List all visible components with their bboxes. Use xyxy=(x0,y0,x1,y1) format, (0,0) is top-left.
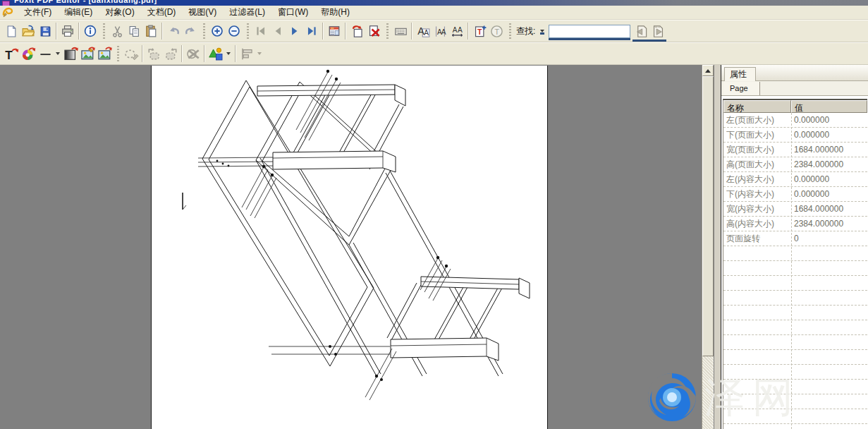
svg-text:T: T xyxy=(477,27,482,35)
menu-document[interactable]: 文档(D) xyxy=(141,5,183,20)
previous-page-button[interactable] xyxy=(269,23,286,40)
delete-object-button[interactable] xyxy=(185,45,202,62)
menu-help[interactable]: 帮助(H) xyxy=(314,5,356,20)
toolbar-grip[interactable] xyxy=(247,23,249,39)
empty-row xyxy=(723,246,867,261)
next-page-button[interactable] xyxy=(286,23,303,40)
find-history-dropdown[interactable] xyxy=(540,30,544,32)
properties-panel: 属性 Page 名称 值 左(页面大小) 0.000000 下(页面大小) 0.… xyxy=(721,65,868,429)
property-value[interactable]: 0.000000 xyxy=(791,115,867,125)
keyboard-button[interactable] xyxy=(392,23,409,40)
line-style-dropdown[interactable] xyxy=(56,52,60,55)
column-name[interactable]: 名称 xyxy=(723,100,791,113)
property-value[interactable]: 2384.000000 xyxy=(791,219,867,229)
menu-filter[interactable]: 过滤器(L) xyxy=(223,5,271,20)
empty-row xyxy=(723,291,867,306)
char-spacing-button[interactable]: AA xyxy=(448,23,465,40)
scroll-up-button[interactable] xyxy=(702,65,714,76)
scrollbar-thumb[interactable] xyxy=(702,76,714,356)
document-info-button[interactable] xyxy=(82,23,99,40)
print-button[interactable] xyxy=(59,23,76,40)
property-value[interactable]: 0 xyxy=(791,234,867,243)
toolbar-grip[interactable] xyxy=(386,23,389,39)
menu-bar: 文件(F) 编辑(E) 对象(O) 文档(D) 视图(V) 过滤器(L) 窗口(… xyxy=(0,6,868,20)
toolbar-grip[interactable] xyxy=(103,23,105,39)
add-shading-object-button[interactable] xyxy=(62,45,79,62)
new-button[interactable] xyxy=(3,23,20,40)
add-text-button[interactable]: T xyxy=(471,23,488,40)
align-objects-dropdown[interactable] xyxy=(257,52,262,55)
property-name: 下(内容大小) xyxy=(723,188,791,200)
property-row: 下(内容大小) 0.000000 xyxy=(723,187,867,202)
grid-column-divider xyxy=(791,113,792,429)
pdf-page[interactable] xyxy=(151,66,548,429)
last-page-button[interactable] xyxy=(303,23,320,40)
open-button[interactable] xyxy=(20,23,37,40)
paste-button[interactable] xyxy=(142,23,159,40)
document-area[interactable] xyxy=(0,65,702,429)
properties-tabs: Page xyxy=(721,81,868,96)
properties-title: 属性 xyxy=(724,67,756,82)
insert-shape-button[interactable] xyxy=(207,45,224,62)
save-button[interactable] xyxy=(37,23,54,40)
zoom-in-button[interactable] xyxy=(209,23,226,40)
line-style-button[interactable] xyxy=(37,45,54,62)
menu-file[interactable]: 文件(F) xyxy=(18,5,58,20)
menu-object[interactable]: 对象(O) xyxy=(99,5,140,20)
add-text-object-button[interactable]: T xyxy=(3,45,20,62)
empty-row xyxy=(723,409,867,424)
font-size-button[interactable]: AA xyxy=(432,23,448,40)
undo-button[interactable] xyxy=(165,23,182,40)
cut-button[interactable] xyxy=(109,23,126,40)
find-input[interactable] xyxy=(549,25,630,38)
menu-edit[interactable]: 编辑(E) xyxy=(58,5,99,20)
svg-text:A: A xyxy=(441,28,446,35)
document-icon[interactable] xyxy=(2,6,14,18)
page-layout-button[interactable] xyxy=(326,23,343,40)
property-value[interactable]: 0.000000 xyxy=(791,130,867,140)
empty-row xyxy=(723,365,867,380)
rotate-object-right-button[interactable] xyxy=(162,45,179,62)
property-value[interactable]: 2384.000000 xyxy=(791,159,867,169)
property-name: 宽(页面大小) xyxy=(723,144,791,156)
column-value[interactable]: 值 xyxy=(791,100,867,113)
menu-view[interactable]: 视图(V) xyxy=(182,5,223,20)
first-page-button[interactable] xyxy=(252,23,269,40)
rotate-page-button[interactable] xyxy=(348,23,365,40)
property-value[interactable]: 0.000000 xyxy=(791,189,867,199)
panel-splitter[interactable] xyxy=(714,65,721,429)
vertical-scrollbar[interactable] xyxy=(702,65,714,429)
rotate-object-left-button[interactable] xyxy=(145,45,162,62)
zoom-out-button[interactable] xyxy=(226,23,243,40)
toolbar-grip[interactable] xyxy=(509,23,511,39)
toolbar-grip[interactable] xyxy=(203,23,205,39)
edit-object-button[interactable] xyxy=(123,45,140,62)
edit-image-object-button[interactable] xyxy=(79,45,96,62)
menu-window[interactable]: 窗口(W) xyxy=(271,5,314,20)
separator xyxy=(467,23,469,40)
insert-shape-dropdown[interactable] xyxy=(226,52,231,55)
find-previous-button[interactable] xyxy=(632,23,649,40)
delete-page-button[interactable] xyxy=(365,23,382,40)
align-objects-button[interactable] xyxy=(238,45,255,62)
toolbar-grip[interactable] xyxy=(117,46,119,61)
empty-row xyxy=(723,335,867,350)
separator xyxy=(322,23,324,40)
empty-row xyxy=(723,424,867,429)
separator xyxy=(411,23,412,40)
redo-button[interactable] xyxy=(182,23,199,40)
font-select-button[interactable]: AA xyxy=(415,23,432,40)
svg-text:T: T xyxy=(494,27,499,35)
empty-row xyxy=(723,380,867,394)
tab-page[interactable]: Page xyxy=(723,82,760,95)
separator xyxy=(345,23,346,40)
add-color-object-button[interactable] xyxy=(20,45,37,62)
app-icon xyxy=(2,1,10,6)
add-image-object-button[interactable] xyxy=(96,45,113,62)
property-value[interactable]: 1684.000000 xyxy=(791,204,867,214)
copy-button[interactable] xyxy=(126,23,142,40)
find-next-button[interactable] xyxy=(649,23,666,40)
text-tool-disabled-button[interactable]: T xyxy=(488,23,505,40)
property-value[interactable]: 1684.000000 xyxy=(791,145,867,155)
property-value[interactable]: 0.000000 xyxy=(791,174,867,184)
